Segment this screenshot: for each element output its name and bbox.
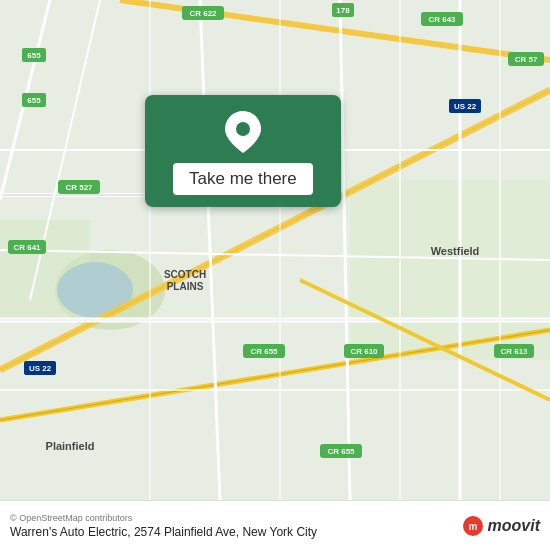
svg-text:178: 178 [336, 6, 350, 15]
svg-text:CR 622: CR 622 [189, 9, 217, 18]
copyright-text: © OpenStreetMap contributors [10, 513, 317, 523]
svg-text:US 22: US 22 [29, 364, 52, 373]
svg-text:Westfield: Westfield [431, 245, 480, 257]
svg-text:US 22: US 22 [454, 102, 477, 111]
svg-text:PLAINS: PLAINS [167, 281, 204, 292]
svg-text:CR 655: CR 655 [327, 447, 355, 456]
bottom-bar: © OpenStreetMap contributors Warren's Au… [0, 500, 550, 550]
moovit-text: moovit [488, 517, 540, 535]
svg-text:CR 641: CR 641 [13, 243, 41, 252]
take-me-there-overlay[interactable]: Take me there [145, 95, 341, 207]
map-container: CR 622 178 CR 643 655 655 CR 57 US 22 CR… [0, 0, 550, 500]
take-me-there-label[interactable]: Take me there [173, 163, 313, 195]
svg-text:CR 655: CR 655 [250, 347, 278, 356]
svg-text:SCOTCH: SCOTCH [164, 269, 206, 280]
location-pin-icon [225, 111, 261, 153]
bottom-left-info: © OpenStreetMap contributors Warren's Au… [10, 513, 317, 539]
svg-text:655: 655 [27, 96, 41, 105]
svg-text:CR 610: CR 610 [350, 347, 378, 356]
moovit-logo: m moovit [462, 515, 540, 537]
svg-text:CR 57: CR 57 [515, 55, 538, 64]
navigate-button[interactable]: Take me there [145, 95, 341, 207]
location-text: Warren's Auto Electric, 2574 Plainfield … [10, 525, 317, 539]
svg-text:CR 527: CR 527 [65, 183, 93, 192]
moovit-icon: m [462, 515, 484, 537]
svg-text:m: m [468, 521, 477, 532]
svg-text:CR 613: CR 613 [500, 347, 528, 356]
svg-text:CR 643: CR 643 [428, 15, 456, 24]
svg-text:655: 655 [27, 51, 41, 60]
svg-text:Plainfield: Plainfield [46, 440, 95, 452]
svg-point-59 [236, 122, 250, 136]
